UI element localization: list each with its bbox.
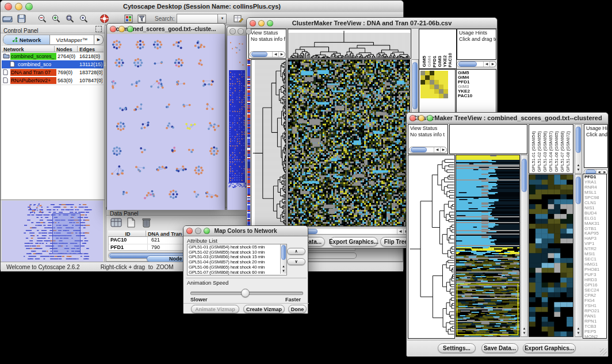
minimize-button[interactable]	[258, 20, 265, 26]
dialog-title-bar[interactable]: Map Colors to Network	[183, 226, 308, 236]
scroll-up-icon[interactable]: ▲	[575, 326, 582, 331]
scroll-up-icon[interactable]: ▲	[575, 163, 582, 167]
float-panel-icon[interactable]	[95, 26, 102, 32]
scrollbar-thumb[interactable]	[458, 62, 477, 67]
scroll-up-icon[interactable]: ▲	[281, 264, 286, 269]
tab-vizmapper[interactable]: VizMapper™	[50, 35, 94, 44]
matrix-cell[interactable]	[439, 80, 443, 85]
minimize-button[interactable]	[15, 3, 22, 10]
matrix-cell[interactable]	[420, 80, 425, 85]
array-label[interactable]: GIM3	[437, 56, 442, 67]
matrix-cell[interactable]	[439, 94, 443, 98]
slider-thumb[interactable]	[241, 289, 250, 297]
matrix-cell[interactable]	[425, 85, 430, 89]
scrollbar-thumb[interactable]	[576, 127, 581, 153]
zoom-button[interactable]	[127, 26, 133, 32]
network-list-item[interactable]: RNAPuberNov2+563(0)107847(0)	[2, 76, 104, 85]
move-down-button[interactable]: ∨	[287, 258, 305, 265]
network-list-item[interactable]: combined_scores_2764(0)16218(0)	[2, 52, 104, 60]
attribute-list-item[interactable]: GPL51-07 (GSM868) heat shock 60 min	[188, 270, 280, 275]
scroll-down-icon[interactable]: ▼	[575, 167, 582, 172]
matrix-cell[interactable]	[434, 94, 439, 98]
similarity-matrix[interactable]	[420, 71, 448, 98]
matrix-cell[interactable]	[425, 71, 430, 75]
matrix-cell[interactable]	[443, 94, 448, 98]
scroll-down-icon[interactable]: ▼	[521, 331, 527, 335]
array-label[interactable]: YKE2	[442, 55, 447, 67]
view-status-scrollbar[interactable]: ◀ ▶	[409, 147, 447, 153]
scrollbar-thumb[interactable]	[412, 62, 418, 109]
export-graphics-button[interactable]: Export Graphics...	[523, 343, 576, 353]
matrix-cell[interactable]	[434, 89, 439, 94]
matrix-cell[interactable]	[439, 89, 443, 94]
zoom-vscrollbar[interactable]: ▲ ▼	[575, 174, 582, 337]
scroll-right-icon[interactable]: ▶	[440, 147, 446, 152]
matrix-cell[interactable]	[434, 85, 439, 89]
zoom-fit-icon[interactable]	[63, 13, 76, 24]
matrix-cell[interactable]	[430, 80, 434, 85]
matrix-cell[interactable]	[430, 71, 434, 75]
treeview1-title-bar[interactable]: ClusterMaker TreeView : DNA and Tran 07-…	[247, 18, 497, 29]
array-labels-scrollbar[interactable]: ▲ ▼	[575, 124, 582, 174]
minimize-button[interactable]	[195, 228, 201, 234]
network-list-item[interactable]: DNA and Tran 07769(0)183728(0)	[2, 68, 104, 76]
matrix-cell[interactable]	[425, 75, 430, 80]
settings-button[interactable]: Settings...	[438, 343, 476, 353]
scroll-left-icon[interactable]: ◀	[483, 62, 489, 67]
export-graphics-button[interactable]: Export Graphics...	[330, 237, 378, 247]
matrix-cell[interactable]	[420, 85, 425, 89]
minimize-button[interactable]	[118, 26, 125, 32]
attribute-listbox[interactable]: GPL51-01 (GSM854) heat shock 05 minGPL51…	[187, 244, 287, 275]
open-session-button[interactable]	[1, 13, 14, 24]
scrollbar-thumb[interactable]	[281, 245, 286, 260]
help-ring-icon[interactable]	[97, 13, 111, 24]
save-session-button[interactable]	[14, 13, 28, 24]
scroll-down-icon[interactable]: ▼	[575, 331, 582, 335]
network-list-item[interactable]: combined_sco2569(6)13112(15)	[2, 60, 104, 68]
move-up-button[interactable]: ∧	[287, 248, 305, 255]
close-button[interactable]	[110, 26, 116, 32]
search-input[interactable]	[177, 14, 217, 24]
main-title-bar[interactable]: Cytoscape Desktop (Session Name: collins…	[1, 1, 403, 13]
matrix-cell[interactable]	[443, 89, 448, 94]
array-label[interactable]: GPL51-07 (GSM868)	[560, 131, 565, 172]
vizmapper-grid-icon[interactable]	[121, 13, 135, 24]
matrix-cell[interactable]	[443, 85, 448, 89]
treeview2-title-bar[interactable]: ClusterMaker TreeView : combined_scores_…	[407, 113, 608, 124]
delete-attribute-icon[interactable]	[139, 217, 153, 228]
filter-icon[interactable]	[135, 13, 149, 24]
matrix-cell[interactable]	[434, 75, 439, 80]
matrix-cell[interactable]	[434, 80, 439, 85]
array-label[interactable]: GIM4	[427, 56, 432, 67]
global-heatmap-canvas[interactable]	[456, 155, 519, 336]
zoom-out-icon[interactable]	[35, 13, 49, 24]
minimize-button[interactable]	[238, 28, 244, 35]
scrollbar-thumb[interactable]	[411, 147, 427, 152]
zoom-button[interactable]	[427, 115, 433, 121]
zoom-button[interactable]	[267, 20, 273, 26]
matrix-cell[interactable]	[439, 85, 443, 89]
array-label[interactable]: PAC10	[447, 53, 453, 67]
resize-grip[interactable]	[600, 348, 607, 355]
matrix-cell[interactable]	[425, 89, 430, 94]
background-window-title-bar[interactable]	[227, 26, 247, 36]
global-vscrollbar[interactable]: ▲ ▼	[521, 155, 528, 337]
usage-hints-scrollbar[interactable]: ◀ ▶	[457, 61, 496, 67]
zoom-button[interactable]	[204, 228, 210, 234]
matrix-cell[interactable]	[430, 94, 434, 98]
close-button[interactable]	[5, 3, 12, 10]
scroll-right-icon[interactable]: ▶	[278, 52, 285, 57]
data-column-id[interactable]: ID	[108, 231, 146, 237]
matrix-cell[interactable]	[430, 85, 434, 89]
array-label[interactable]: PFD1	[432, 56, 437, 67]
animation-speed-slider[interactable]	[190, 289, 302, 297]
attribute-select-icon[interactable]	[109, 217, 123, 228]
global-overview-strip[interactable]	[247, 59, 250, 227]
heatmap-canvas[interactable]	[288, 60, 410, 226]
done-button[interactable]: Done	[288, 305, 307, 313]
zoom-selected-icon[interactable]	[76, 13, 90, 24]
attribute-editor-icon[interactable]	[231, 13, 245, 24]
array-label[interactable]: GPL51-08 (GSM872)	[565, 131, 571, 172]
column-header-nodes[interactable]: Nodes	[55, 46, 78, 52]
zoom-button[interactable]	[25, 3, 33, 10]
